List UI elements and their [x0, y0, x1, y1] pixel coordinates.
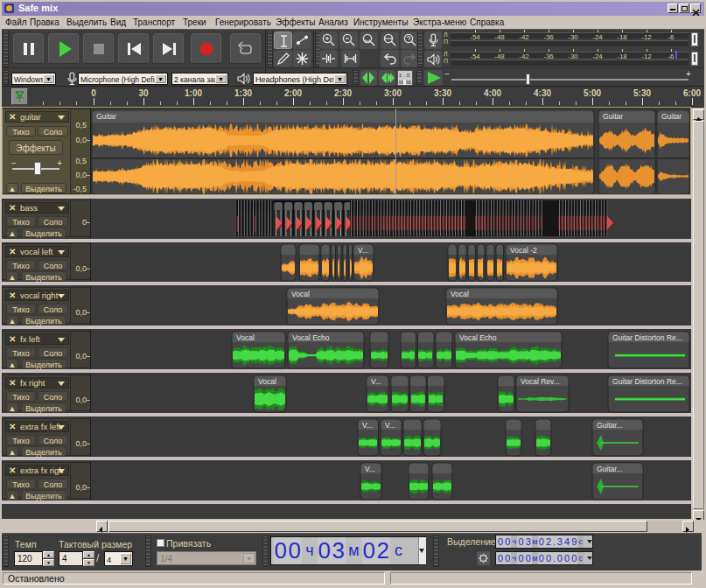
- svg-text:V...: V...: [365, 465, 375, 473]
- svg-text:Vocal Echo: Vocal Echo: [459, 333, 497, 342]
- svg-text:Guitar Distorton Re...: Guitar Distorton Re...: [612, 377, 682, 386]
- svg-text:Guitar...: Guitar...: [597, 421, 623, 430]
- svg-text:V...: V...: [371, 377, 381, 386]
- svg-text:Guitar Distorton Re...: Guitar Distorton Re...: [612, 333, 682, 342]
- svg-text:Vocal: Vocal: [451, 290, 469, 298]
- svg-text:Vocal -2: Vocal -2: [510, 246, 537, 255]
- svg-text:Guitar: Guitar: [96, 112, 116, 121]
- svg-text:Guitar: Guitar: [661, 112, 682, 121]
- svg-text:Guitar...: Guitar...: [597, 465, 623, 473]
- svg-text:Vocal Rev...: Vocal Rev...: [521, 377, 560, 386]
- svg-text:Vocal Echo: Vocal Echo: [292, 333, 330, 342]
- svg-text:V...: V...: [358, 246, 368, 255]
- svg-text:Vocal: Vocal: [291, 290, 310, 298]
- svg-text:V...: V...: [385, 421, 395, 430]
- svg-text:Vocal: Vocal: [258, 377, 276, 386]
- svg-text:Guitar: Guitar: [603, 112, 623, 121]
- svg-text:Vocal: Vocal: [236, 333, 255, 342]
- svg-text:V...: V...: [362, 421, 373, 430]
